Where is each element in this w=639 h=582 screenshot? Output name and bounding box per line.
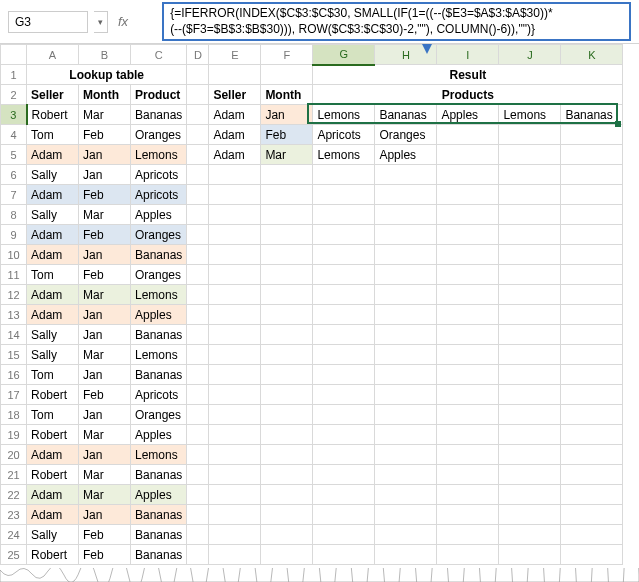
cell-J17[interactable]: [499, 385, 561, 405]
col-header-E[interactable]: E: [209, 45, 261, 65]
col-header-K[interactable]: K: [561, 45, 623, 65]
cell-D10[interactable]: [187, 245, 209, 265]
cell-B22[interactable]: Mar: [79, 485, 131, 505]
cell-C4[interactable]: Oranges: [131, 125, 187, 145]
result-title[interactable]: Result: [313, 65, 623, 85]
cell-H13[interactable]: [375, 305, 437, 325]
formula-bar[interactable]: {=IFERROR(INDEX($C$3:$C$30, SMALL(IF(1=(…: [162, 2, 631, 41]
row-header-6[interactable]: 6: [1, 165, 27, 185]
cell-J14[interactable]: [499, 325, 561, 345]
cell-J23[interactable]: [499, 505, 561, 525]
cell-K11[interactable]: [561, 265, 623, 285]
hdr-month-2[interactable]: Month: [261, 85, 313, 105]
cell-D15[interactable]: [187, 345, 209, 365]
cell-E15[interactable]: [209, 345, 261, 365]
cell-C5[interactable]: Lemons: [131, 145, 187, 165]
cell-D12[interactable]: [187, 285, 209, 305]
cell-J13[interactable]: [499, 305, 561, 325]
cell-F22[interactable]: [261, 485, 313, 505]
select-all-corner[interactable]: [1, 45, 27, 65]
cell-E12[interactable]: [209, 285, 261, 305]
cell-G17[interactable]: [313, 385, 375, 405]
cell-C13[interactable]: Apples: [131, 305, 187, 325]
row-header-1[interactable]: 1: [1, 65, 27, 85]
cell-H4[interactable]: Oranges: [375, 125, 437, 145]
cell-D5[interactable]: [187, 145, 209, 165]
col-header-A[interactable]: A: [27, 45, 79, 65]
cell-D2[interactable]: [187, 85, 209, 105]
cell-E24[interactable]: [209, 525, 261, 545]
cell-H20[interactable]: [375, 445, 437, 465]
fx-icon[interactable]: fx: [114, 14, 132, 29]
cell-I8[interactable]: [437, 205, 499, 225]
cell-C23[interactable]: Bananas: [131, 505, 187, 525]
cell-D20[interactable]: [187, 445, 209, 465]
cell-A24[interactable]: Sally: [27, 525, 79, 545]
cell-G19[interactable]: [313, 425, 375, 445]
cell-I14[interactable]: [437, 325, 499, 345]
cell-F20[interactable]: [261, 445, 313, 465]
cell-H10[interactable]: [375, 245, 437, 265]
cell-H17[interactable]: [375, 385, 437, 405]
cell-G18[interactable]: [313, 405, 375, 425]
cell-A12[interactable]: Adam: [27, 285, 79, 305]
cell-I4[interactable]: [437, 125, 499, 145]
cell-F17[interactable]: [261, 385, 313, 405]
cell-B19[interactable]: Mar: [79, 425, 131, 445]
cell-J6[interactable]: [499, 165, 561, 185]
cell-K13[interactable]: [561, 305, 623, 325]
cell-F15[interactable]: [261, 345, 313, 365]
cell-G23[interactable]: [313, 505, 375, 525]
row-header-10[interactable]: 10: [1, 245, 27, 265]
cell-D22[interactable]: [187, 485, 209, 505]
cell-F24[interactable]: [261, 525, 313, 545]
cell-F4[interactable]: Feb: [261, 125, 313, 145]
cell-K6[interactable]: [561, 165, 623, 185]
cell-E25[interactable]: [209, 545, 261, 565]
cell-B8[interactable]: Mar: [79, 205, 131, 225]
cell-E13[interactable]: [209, 305, 261, 325]
cell-C14[interactable]: Bananas: [131, 325, 187, 345]
cell-J24[interactable]: [499, 525, 561, 545]
cell-C18[interactable]: Oranges: [131, 405, 187, 425]
cell-H23[interactable]: [375, 505, 437, 525]
cell-C6[interactable]: Apricots: [131, 165, 187, 185]
cell-A4[interactable]: Tom: [27, 125, 79, 145]
lookup-table-title[interactable]: Lookup table: [27, 65, 187, 85]
cell-F11[interactable]: [261, 265, 313, 285]
cell-J25[interactable]: [499, 545, 561, 565]
cell-C12[interactable]: Lemons: [131, 285, 187, 305]
row-header-18[interactable]: 18: [1, 405, 27, 425]
cell-H7[interactable]: [375, 185, 437, 205]
cell-J9[interactable]: [499, 225, 561, 245]
cell-B18[interactable]: Jan: [79, 405, 131, 425]
cell-K10[interactable]: [561, 245, 623, 265]
cell-B25[interactable]: Feb: [79, 545, 131, 565]
cell-I23[interactable]: [437, 505, 499, 525]
cell-B7[interactable]: Feb: [79, 185, 131, 205]
cell-G8[interactable]: [313, 205, 375, 225]
cell-I17[interactable]: [437, 385, 499, 405]
cell-B16[interactable]: Jan: [79, 365, 131, 385]
cell-C24[interactable]: Bananas: [131, 525, 187, 545]
cell-E16[interactable]: [209, 365, 261, 385]
col-header-F[interactable]: F: [261, 45, 313, 65]
cell-I16[interactable]: [437, 365, 499, 385]
cell-H8[interactable]: [375, 205, 437, 225]
cell-I5[interactable]: [437, 145, 499, 165]
cell-B23[interactable]: Jan: [79, 505, 131, 525]
cell-A13[interactable]: Adam: [27, 305, 79, 325]
cell-B11[interactable]: Feb: [79, 265, 131, 285]
cell-F1[interactable]: [261, 65, 313, 85]
cell-K22[interactable]: [561, 485, 623, 505]
col-header-D[interactable]: D: [187, 45, 209, 65]
col-header-J[interactable]: J: [499, 45, 561, 65]
cell-K21[interactable]: [561, 465, 623, 485]
fill-handle[interactable]: [615, 121, 621, 127]
row-header-23[interactable]: 23: [1, 505, 27, 525]
cell-I18[interactable]: [437, 405, 499, 425]
cell-D24[interactable]: [187, 525, 209, 545]
cell-E4[interactable]: Adam: [209, 125, 261, 145]
cell-C8[interactable]: Apples: [131, 205, 187, 225]
cell-K15[interactable]: [561, 345, 623, 365]
